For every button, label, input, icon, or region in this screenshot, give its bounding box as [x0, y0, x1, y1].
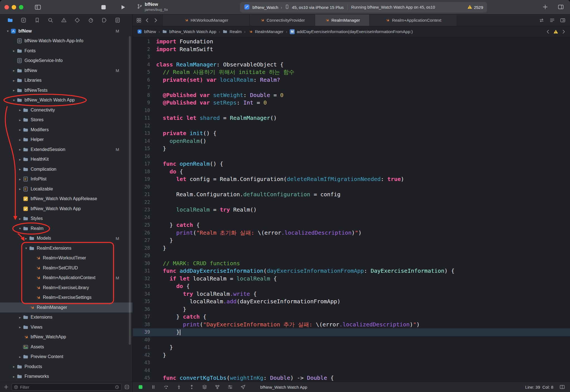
disclosure-down-icon[interactable]: ▾ [11, 98, 17, 102]
code-line[interactable]: 3 [133, 53, 570, 61]
editor-tab[interactable]: HKWorkoutManager [162, 14, 250, 26]
line-number[interactable]: 20 [133, 183, 152, 191]
code-line[interactable]: 45 func convertKgToLbs(weightInKg: Doubl… [133, 374, 570, 382]
line-number[interactable]: 33 [133, 282, 152, 290]
sidebar-toggle-icon[interactable] [35, 4, 41, 11]
code-line[interactable]: 38 print("DayExerciseInformation 추가 실패: … [133, 321, 570, 329]
line-number[interactable]: 25 [133, 221, 152, 229]
breakpoints-navigator-icon[interactable] [101, 17, 107, 23]
tree-item[interactable]: Realm+WorkoutTimer [0, 253, 132, 263]
tests-navigator-icon[interactable] [74, 17, 80, 23]
minimize-button[interactable] [12, 5, 16, 9]
code-line[interactable]: 37 } catch { [133, 313, 570, 321]
tree-item[interactable]: ▾bfNew_Watch Watch App [0, 95, 132, 105]
code-line[interactable]: 43 [133, 359, 570, 367]
disclosure-right-icon[interactable]: ▸ [17, 325, 23, 329]
source-editor[interactable]: 1import Foundation2import RealmSwift34cl… [133, 37, 570, 382]
code-line[interactable]: 39 } [133, 328, 570, 336]
tree-item[interactable]: RealmManager [0, 302, 132, 312]
code-line[interactable]: 9 @Published var setReps: Int = 0 [133, 99, 570, 107]
breadcrumb-item[interactable]: MaddDayExerciseInformation(dayExerciseIn… [290, 29, 413, 34]
tree-item[interactable]: Realm+SetCRUD [0, 263, 132, 273]
disclosure-right-icon[interactable]: ▸ [11, 374, 17, 379]
view-hierarchy-icon[interactable] [202, 384, 207, 390]
disclosure-down-icon[interactable]: ▾ [5, 29, 11, 33]
code-line[interactable]: 2import RealmSwift [133, 46, 570, 53]
code-line[interactable]: 23 localRealm = try Realm() [133, 206, 570, 214]
stop-button[interactable] [100, 4, 107, 11]
code-line[interactable]: 41 } [133, 344, 570, 351]
tree-item[interactable]: bfNew-Watch-Watch-App-Info [0, 36, 132, 46]
tree-item[interactable]: ▸Extensions [0, 312, 132, 322]
line-number[interactable]: 23 [133, 206, 152, 214]
issue-warning-icon[interactable] [553, 29, 558, 34]
line-number[interactable]: 35 [133, 298, 152, 306]
tree-item[interactable]: ▸Libraries [0, 76, 132, 86]
code-line[interactable]: 17 func openRealm() { [133, 160, 570, 168]
tree-item[interactable]: Realm+ApplicationContextM [0, 273, 132, 283]
line-number[interactable]: 27 [133, 237, 152, 244]
line-number[interactable]: 12 [133, 122, 152, 130]
previous-issue-icon[interactable] [546, 29, 551, 34]
next-issue-icon[interactable] [561, 29, 566, 34]
tree-item[interactable]: ▸ExtendedSessionM [0, 145, 132, 155]
zoom-button[interactable] [19, 5, 23, 9]
editor-tab[interactable]: ConnectivityProvider [250, 14, 315, 26]
line-number[interactable]: 9 [133, 99, 152, 107]
disclosure-right-icon[interactable]: ▸ [17, 157, 23, 162]
tree-item[interactable]: Assets [0, 342, 132, 352]
line-number[interactable]: 31 [133, 267, 152, 275]
code-line[interactable]: 29 [133, 252, 570, 260]
tree-item[interactable]: ▸HealthKit [0, 155, 132, 165]
code-line[interactable]: 1import Foundation [133, 38, 570, 46]
code-line[interactable]: 14 openRealm() [133, 137, 570, 145]
line-number[interactable]: 13 [133, 130, 152, 137]
tree-item[interactable]: ▸InfoPlist [0, 174, 132, 184]
tree-item[interactable]: ▸bfNewTests [0, 85, 132, 95]
code-line[interactable]: 33 do { [133, 282, 570, 290]
issues-summary[interactable]: 2529 [467, 4, 483, 10]
memory-graph-icon[interactable] [215, 384, 220, 390]
disclosure-right-icon[interactable]: ▸ [11, 88, 17, 92]
tree-item[interactable]: ▸Views [0, 322, 132, 332]
line-number[interactable]: 19 [133, 175, 152, 183]
tree-item[interactable]: bfNew_Watch Watch App [0, 204, 132, 214]
line-number[interactable]: 3 [133, 53, 152, 61]
line-number[interactable]: 32 [133, 275, 152, 283]
disclosure-right-icon[interactable]: ▸ [23, 236, 29, 240]
code-line[interactable]: 18 do { [133, 168, 570, 176]
tree-item[interactable]: Realm+ExerciseLibrary [0, 283, 132, 293]
process-label[interactable]: bfNew_Watch Watch App [260, 385, 307, 389]
line-number[interactable]: 2 [133, 46, 152, 53]
code-line[interactable]: 20 [133, 183, 570, 191]
line-number[interactable]: 1 [133, 38, 152, 46]
related-items-icon[interactable] [136, 18, 142, 23]
code-line[interactable]: 35 localRealm.add(dayExerciseInformation… [133, 298, 570, 306]
step-into-icon[interactable] [176, 384, 182, 390]
source-control-navigator-icon[interactable] [21, 17, 27, 23]
add-tab-icon[interactable] [542, 4, 548, 10]
tree-item[interactable]: GoogleService-Info [0, 56, 132, 66]
disclosure-right-icon[interactable]: ▸ [17, 177, 23, 181]
tree-item[interactable]: ▾Realm [0, 224, 132, 234]
line-number[interactable]: 45 [133, 374, 152, 382]
disclosure-right-icon[interactable]: ▸ [17, 128, 23, 132]
code-line[interactable]: 22 [133, 199, 570, 206]
line-number[interactable]: 37 [133, 313, 152, 321]
line-number[interactable]: 21 [133, 191, 152, 199]
line-number[interactable]: 15 [133, 145, 152, 153]
code-line[interactable]: 42 } [133, 351, 570, 359]
step-out-icon[interactable] [189, 384, 195, 390]
disclosure-right-icon[interactable]: ▸ [17, 187, 23, 191]
disclosure-down-icon[interactable]: ▾ [17, 226, 23, 230]
line-number[interactable]: 4 [133, 61, 152, 69]
editor-layout-icon[interactable] [558, 4, 564, 10]
code-line[interactable]: 7 [133, 84, 570, 91]
line-number[interactable]: 6 [133, 76, 152, 84]
add-file-icon[interactable] [3, 384, 9, 390]
disclosure-right-icon[interactable]: ▸ [11, 78, 17, 83]
code-line[interactable]: 36 } [133, 306, 570, 313]
line-number[interactable]: 44 [133, 367, 152, 374]
tree-item[interactable]: ▾RealmExtensions [0, 243, 132, 253]
scm-filter-icon[interactable] [124, 384, 130, 390]
